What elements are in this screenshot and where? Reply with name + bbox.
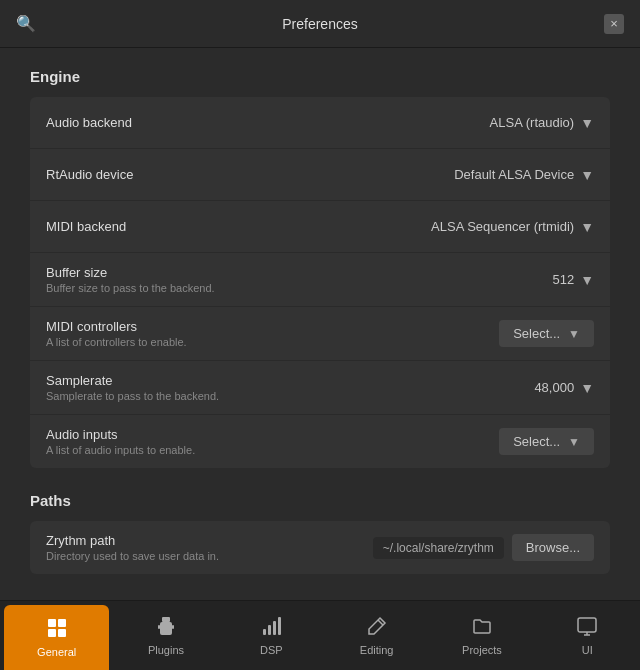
samplerate-arrow-icon: ▼ bbox=[580, 380, 594, 396]
samplerate-label: Samplerate bbox=[46, 373, 219, 388]
buffer-size-value: 512 bbox=[552, 272, 574, 287]
svg-rect-13 bbox=[578, 618, 596, 632]
plugins-label: Plugins bbox=[148, 644, 184, 656]
audio-backend-arrow-icon: ▼ bbox=[580, 115, 594, 131]
projects-icon bbox=[471, 615, 493, 640]
buffer-size-dropdown[interactable]: 512 ▼ bbox=[552, 272, 594, 288]
svg-rect-1 bbox=[58, 619, 66, 627]
nav-item-projects[interactable]: Projects bbox=[429, 601, 534, 670]
rtaudio-device-label: RtAudio device bbox=[46, 167, 133, 182]
audio-inputs-row: Audio inputs A list of audio inputs to e… bbox=[30, 415, 610, 468]
audio-inputs-select-wrapper: Select... ▼ bbox=[499, 428, 594, 455]
zrythm-path-value: ~/.local/share/zrythm bbox=[373, 537, 504, 559]
samplerate-row: Samplerate Samplerate to pass to the bac… bbox=[30, 361, 610, 415]
audio-backend-dropdown[interactable]: ALSA (rtaudio) ▼ bbox=[490, 115, 594, 131]
dsp-label: DSP bbox=[260, 644, 283, 656]
svg-rect-11 bbox=[278, 617, 281, 635]
svg-rect-5 bbox=[160, 622, 172, 635]
audio-backend-value: ALSA (rtaudio) bbox=[490, 115, 575, 130]
close-button[interactable]: × bbox=[604, 14, 624, 34]
svg-rect-2 bbox=[48, 629, 56, 637]
buffer-size-label: Buffer size bbox=[46, 265, 215, 280]
audio-inputs-select-button[interactable]: Select... ▼ bbox=[499, 428, 594, 455]
engine-settings-card: Audio backend ALSA (rtaudio) ▼ RtAudio d… bbox=[30, 97, 610, 468]
nav-item-editing[interactable]: Editing bbox=[324, 601, 429, 670]
browse-button[interactable]: Browse... bbox=[512, 534, 594, 561]
midi-backend-row: MIDI backend ALSA Sequencer (rtmidi) ▼ bbox=[30, 201, 610, 253]
rtaudio-device-dropdown[interactable]: Default ALSA Device ▼ bbox=[454, 167, 594, 183]
nav-item-ui[interactable]: UI bbox=[535, 601, 640, 670]
midi-backend-value: ALSA Sequencer (rtmidi) bbox=[431, 219, 574, 234]
zrythm-path-row: Zrythm path Directory used to save user … bbox=[30, 521, 610, 574]
bottom-nav: General Plugins DSP bbox=[0, 600, 640, 670]
titlebar-title: Preferences bbox=[282, 16, 357, 32]
samplerate-value: 48,000 bbox=[534, 380, 574, 395]
rtaudio-device-value: Default ALSA Device bbox=[454, 167, 574, 182]
engine-section-title: Engine bbox=[30, 68, 610, 85]
zrythm-path-sublabel: Directory used to save user data in. bbox=[46, 550, 219, 562]
ui-label: UI bbox=[582, 644, 593, 656]
dsp-icon bbox=[260, 615, 282, 640]
audio-backend-row: Audio backend ALSA (rtaudio) ▼ bbox=[30, 97, 610, 149]
plugins-icon bbox=[155, 615, 177, 640]
audio-inputs-select-arrow-icon: ▼ bbox=[568, 435, 580, 449]
zrythm-path-label: Zrythm path bbox=[46, 533, 219, 548]
nav-item-dsp[interactable]: DSP bbox=[219, 601, 324, 670]
svg-rect-10 bbox=[273, 621, 276, 635]
svg-rect-9 bbox=[268, 625, 271, 635]
midi-controllers-select-arrow-icon: ▼ bbox=[568, 327, 580, 341]
nav-item-general[interactable]: General bbox=[4, 605, 109, 670]
svg-rect-8 bbox=[263, 629, 266, 635]
zrythm-path-controls: ~/.local/share/zrythm Browse... bbox=[373, 534, 594, 561]
samplerate-dropdown[interactable]: 48,000 ▼ bbox=[534, 380, 594, 396]
general-label: General bbox=[37, 646, 76, 658]
search-icon[interactable]: 🔍 bbox=[16, 14, 36, 33]
svg-rect-0 bbox=[48, 619, 56, 627]
editing-label: Editing bbox=[360, 644, 394, 656]
midi-backend-label: MIDI backend bbox=[46, 219, 126, 234]
audio-inputs-select-label: Select... bbox=[513, 434, 560, 449]
editing-icon bbox=[366, 615, 388, 640]
nav-item-plugins[interactable]: Plugins bbox=[113, 601, 218, 670]
midi-controllers-label: MIDI controllers bbox=[46, 319, 187, 334]
paths-section-title: Paths bbox=[30, 492, 610, 509]
midi-controllers-row: MIDI controllers A list of controllers t… bbox=[30, 307, 610, 361]
ui-icon bbox=[576, 615, 598, 640]
buffer-size-arrow-icon: ▼ bbox=[580, 272, 594, 288]
projects-label: Projects bbox=[462, 644, 502, 656]
midi-controllers-select-button[interactable]: Select... ▼ bbox=[499, 320, 594, 347]
svg-rect-6 bbox=[158, 625, 160, 629]
midi-backend-arrow-icon: ▼ bbox=[580, 219, 594, 235]
buffer-size-row: Buffer size Buffer size to pass to the b… bbox=[30, 253, 610, 307]
general-icon bbox=[46, 617, 68, 642]
midi-controllers-select-wrapper: Select... ▼ bbox=[499, 320, 594, 347]
buffer-size-sublabel: Buffer size to pass to the backend. bbox=[46, 282, 215, 294]
svg-rect-7 bbox=[172, 625, 174, 629]
rtaudio-device-row: RtAudio device Default ALSA Device ▼ bbox=[30, 149, 610, 201]
audio-inputs-sublabel: A list of audio inputs to enable. bbox=[46, 444, 195, 456]
midi-backend-dropdown[interactable]: ALSA Sequencer (rtmidi) ▼ bbox=[431, 219, 594, 235]
titlebar: 🔍 Preferences × bbox=[0, 0, 640, 48]
svg-rect-3 bbox=[58, 629, 66, 637]
samplerate-sublabel: Samplerate to pass to the backend. bbox=[46, 390, 219, 402]
main-content: Engine Audio backend ALSA (rtaudio) ▼ Rt… bbox=[0, 48, 640, 600]
paths-settings-card: Zrythm path Directory used to save user … bbox=[30, 521, 610, 574]
svg-rect-4 bbox=[162, 617, 170, 622]
audio-inputs-label: Audio inputs bbox=[46, 427, 195, 442]
midi-controllers-sublabel: A list of controllers to enable. bbox=[46, 336, 187, 348]
midi-controllers-select-label: Select... bbox=[513, 326, 560, 341]
rtaudio-device-arrow-icon: ▼ bbox=[580, 167, 594, 183]
audio-backend-label: Audio backend bbox=[46, 115, 132, 130]
